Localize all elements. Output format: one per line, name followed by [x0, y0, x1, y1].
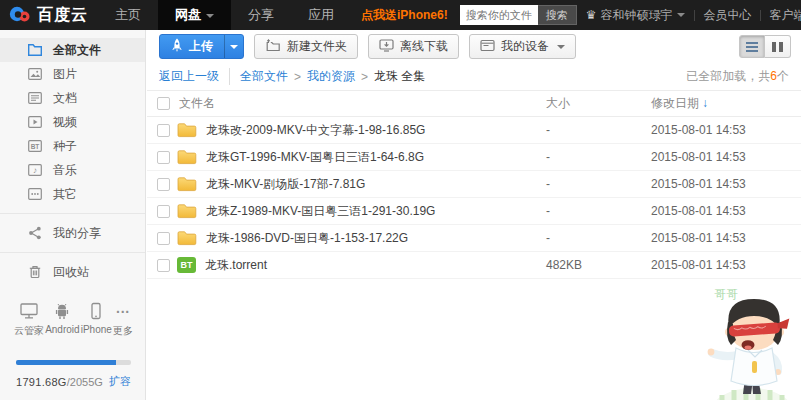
row-checkbox[interactable]: [157, 151, 170, 164]
sidebar-item-others[interactable]: 其它: [0, 182, 145, 206]
share-icon: [26, 225, 43, 242]
search-button[interactable]: 搜索: [538, 5, 577, 25]
file-type-icon: BT: [177, 230, 197, 246]
torrent-file-icon: BT: [177, 257, 196, 273]
client-download-link[interactable]: 客户端下载: [760, 0, 801, 30]
view-toggle: [739, 35, 791, 58]
list-view-icon: [746, 42, 758, 52]
toolbar: 上传 新建文件夹 离线下载 我的设备: [147, 30, 801, 63]
column-header-name[interactable]: 文件名: [179, 95, 546, 112]
search-input[interactable]: [460, 5, 538, 25]
file-size: -: [546, 231, 651, 245]
bt-icon: BT: [26, 138, 43, 155]
sidebar-item-my-shares[interactable]: 我的分享: [0, 221, 145, 245]
all-files-icon: [26, 42, 43, 59]
sidebar-item-music[interactable]: ♪ 音乐: [0, 158, 145, 182]
user-menu[interactable]: ♛ 容和钟硕琭宇: [577, 0, 695, 30]
row-checkbox[interactable]: [157, 259, 170, 272]
table-row[interactable]: BT 龙珠.torrent 482KB 2015-08-01 14:53: [147, 252, 801, 279]
expand-storage-link[interactable]: 扩容: [109, 374, 131, 389]
sidebar-item-recycle-bin[interactable]: 回收站: [0, 260, 145, 284]
column-header-size[interactable]: 大小: [546, 95, 651, 112]
table-header: 文件名 大小 修改日期↓: [147, 90, 801, 117]
upload-dropdown-button[interactable]: [224, 35, 243, 58]
list-view-button[interactable]: [739, 35, 765, 58]
breadcrumb-root[interactable]: 全部文件: [240, 68, 288, 85]
app-more[interactable]: ··· 更多: [113, 300, 133, 338]
main-content: 上传 新建文件夹 离线下载 我的设备: [147, 30, 801, 400]
svg-text:♪: ♪: [32, 165, 36, 175]
file-name[interactable]: 龙珠GT-1996-MKV-国粤日三语1-64-6.8G: [206, 149, 546, 166]
grid-view-icon: [772, 42, 783, 52]
row-checkbox[interactable]: [157, 232, 170, 245]
breadcrumb-parent[interactable]: 我的资源: [307, 68, 355, 85]
divider: [0, 252, 145, 253]
brand-logo[interactable]: 百度云: [0, 5, 98, 26]
file-size: -: [546, 204, 651, 218]
baidu-cloud-icon: [8, 5, 32, 26]
video-icon: [26, 114, 43, 131]
storage-progress-bar: [16, 360, 131, 365]
storage-progress-fill: [16, 360, 116, 365]
table-row[interactable]: BT 龙珠Z-1989-MKV-国日粤三语1-291-30.19G - 2015…: [147, 198, 801, 225]
sidebar-item-all-files[interactable]: 全部文件: [0, 38, 145, 62]
promo-link[interactable]: 点我送iPhone6!: [361, 7, 448, 24]
nav-item-netdisk[interactable]: 网盘: [158, 0, 231, 30]
breadcrumb: 返回上一级 全部文件 > 我的资源 > 龙珠 全集 已全部加载，共6个: [147, 63, 801, 90]
mascot-speech: 哥哥: [714, 287, 738, 301]
file-name[interactable]: 龙珠Z-1989-MKV-国日粤三语1-291-30.19G: [206, 203, 546, 220]
phone-icon: [89, 300, 103, 320]
crown-icon: ♛: [586, 0, 597, 30]
ellipsis-icon: ···: [116, 300, 130, 320]
nav-item-apps[interactable]: 应用: [291, 0, 351, 30]
row-checkbox[interactable]: [157, 178, 170, 191]
file-size: -: [546, 150, 651, 164]
vip-center-link[interactable]: 会员中心: [694, 0, 760, 30]
file-list: BT 龙珠改-2009-MKV-中文字幕-1-98-16.85G - 2015-…: [147, 117, 801, 279]
item-count: 6: [770, 69, 777, 83]
nav-item-share[interactable]: 分享: [231, 0, 291, 30]
file-date: 2015-08-01 14:53: [651, 177, 801, 191]
devices-icon: [480, 39, 495, 55]
trash-icon: [26, 264, 43, 281]
upload-button[interactable]: 上传: [159, 34, 244, 59]
table-row[interactable]: BT 龙珠-MKV-剧场版-17部-7.81G - 2015-08-01 14:…: [147, 171, 801, 198]
sidebar-item-torrents[interactable]: BT 种子: [0, 134, 145, 158]
back-link[interactable]: 返回上一级: [159, 68, 230, 85]
sidebar-item-documents[interactable]: 文档: [0, 86, 145, 110]
sidebar: 全部文件 图片 文档 视频 BT 种子 ♪ 音乐 其它: [0, 30, 146, 400]
table-row[interactable]: BT 龙珠改-2009-MKV-中文字幕-1-98-16.85G - 2015-…: [147, 117, 801, 144]
grid-view-button[interactable]: [765, 35, 791, 58]
row-checkbox[interactable]: [157, 124, 170, 137]
top-navbar: 百度云 主页 网盘 分享 应用 点我送iPhone6! 搜索 ♛ 容和钟硕琭宇 …: [0, 0, 801, 30]
file-name[interactable]: 龙珠-1986-DVD-国日粤-1-153-17.22G: [206, 230, 546, 247]
breadcrumb-current: 龙珠 全集: [374, 68, 425, 85]
file-type-icon: BT: [177, 176, 197, 192]
storage-used: 1791.68G: [16, 376, 67, 388]
navbar-right: ♛ 容和钟硕琭宇 会员中心 客户端下载 通知 更多: [577, 0, 801, 30]
new-folder-button[interactable]: 新建文件夹: [254, 34, 358, 59]
file-name[interactable]: 龙珠-MKV-剧场版-17部-7.81G: [206, 176, 546, 193]
sidebar-item-videos[interactable]: 视频: [0, 110, 145, 134]
table-row[interactable]: BT 龙珠GT-1996-MKV-国粤日三语1-64-6.8G - 2015-0…: [147, 144, 801, 171]
app-iphone[interactable]: iPhone: [81, 300, 112, 338]
my-devices-button[interactable]: 我的设备: [469, 34, 576, 59]
file-name[interactable]: 龙珠.torrent: [205, 257, 546, 274]
image-icon: [26, 66, 43, 83]
select-all-checkbox[interactable]: [157, 97, 170, 110]
file-name[interactable]: 龙珠改-2009-MKV-中文字幕-1-98-16.85G: [206, 122, 546, 139]
file-date: 2015-08-01 14:53: [651, 231, 801, 245]
column-header-date[interactable]: 修改日期↓: [651, 95, 801, 112]
nav-item-home[interactable]: 主页: [98, 0, 158, 30]
file-size: -: [546, 177, 651, 191]
offline-download-button[interactable]: 离线下载: [368, 34, 459, 59]
row-checkbox[interactable]: [157, 205, 170, 218]
new-folder-icon: [265, 39, 281, 55]
app-android[interactable]: Android: [45, 300, 79, 338]
app-cloud-manager[interactable]: 云管家: [14, 300, 44, 338]
svg-text:BT: BT: [30, 143, 39, 150]
chevron-down-icon: [206, 14, 214, 18]
table-row[interactable]: BT 龙珠-1986-DVD-国日粤-1-153-17.22G - 2015-0…: [147, 225, 801, 252]
sidebar-item-images[interactable]: 图片: [0, 62, 145, 86]
sort-desc-icon: ↓: [702, 96, 708, 110]
